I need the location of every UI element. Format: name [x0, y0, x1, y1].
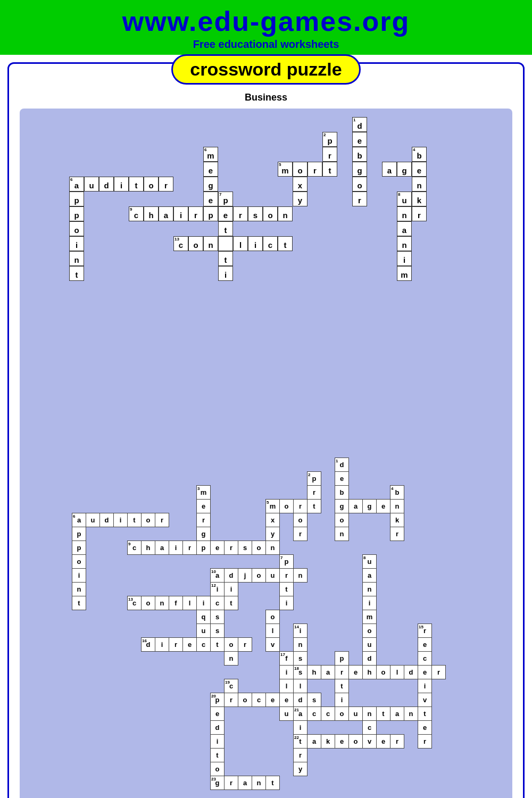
cell: 6m — [203, 147, 218, 162]
cell: s — [248, 206, 263, 221]
cell: o — [188, 236, 203, 251]
cell: n — [278, 206, 293, 221]
cell: r — [412, 206, 427, 221]
cell: a — [382, 162, 397, 177]
puzzle-table: .cw { width:26px; height:26px; border:1p… — [72, 458, 446, 790]
cell: r — [307, 162, 322, 177]
cell: m — [397, 266, 412, 281]
cell: g — [203, 177, 218, 192]
cell: r — [159, 177, 173, 192]
puzzle-title-wrap: crossword puzzle — [9, 54, 523, 85]
cell: 5m — [278, 162, 293, 177]
cell: t — [218, 221, 233, 236]
cell: e — [203, 192, 218, 206]
cell: 4b — [412, 147, 427, 162]
cell: p — [203, 206, 218, 221]
cell: p — [69, 192, 84, 206]
cell: r — [233, 206, 248, 221]
cell: a — [397, 221, 412, 236]
cell: o — [352, 177, 367, 192]
cell: i — [397, 251, 412, 266]
cell: n — [203, 236, 218, 251]
cell: 13c — [173, 236, 188, 251]
cell: r — [322, 147, 337, 162]
cell — [218, 236, 233, 251]
crossword-grid: .cw { width:26px; height:26px; border:1p… — [72, 458, 460, 798]
cell: o — [69, 221, 84, 236]
cell: d — [99, 177, 114, 192]
site-title: www.edu-games.org — [11, 5, 521, 37]
cell: 2p — [322, 132, 337, 147]
cell: t — [278, 236, 293, 251]
cell: p — [69, 206, 84, 221]
crossword-area: 1d 2p e 6m r b 4b e 5m o r t g a g e 6a … — [20, 109, 512, 798]
cell: n — [397, 236, 412, 251]
cell: 1d — [352, 117, 367, 132]
cell: l — [233, 236, 248, 251]
cell: b — [352, 147, 367, 162]
cell: r — [188, 206, 203, 221]
cell: i — [114, 177, 129, 192]
cell: n — [397, 206, 412, 221]
cell: i — [69, 236, 84, 251]
cell: t — [218, 251, 233, 266]
cell: e — [203, 162, 218, 177]
site-subtitle: Free educational worksheets — [11, 38, 521, 51]
header: www.edu-games.org Free educational works… — [0, 0, 532, 55]
cell: e — [218, 206, 233, 221]
cell: g — [352, 162, 367, 177]
cell: o — [144, 177, 159, 192]
cell: 7p — [218, 192, 233, 206]
cell: u — [84, 177, 99, 192]
cell: o — [293, 162, 307, 177]
cell: 9c — [129, 206, 144, 221]
main-container: crossword puzzle Business 1d 2p e — [7, 62, 525, 798]
cell: i — [173, 206, 188, 221]
cell: o — [263, 206, 278, 221]
cell: n — [69, 251, 84, 266]
cell: t — [69, 266, 84, 281]
grid-container: 1d 2p e 6m r b 4b e 5m o r t g a g e 6a … — [69, 117, 463, 458]
cell: r — [352, 192, 367, 206]
puzzle-title: crossword puzzle — [171, 54, 360, 85]
cell: n — [412, 177, 427, 192]
cell: h — [144, 206, 159, 221]
cell: i — [218, 266, 233, 281]
cell: t — [322, 162, 337, 177]
cell: 6a — [69, 177, 84, 192]
topic-label: Business — [9, 92, 523, 103]
cell: k — [412, 192, 427, 206]
cell: y — [293, 192, 307, 206]
cell: a — [159, 206, 173, 221]
cell: g — [397, 162, 412, 177]
cell: 8u — [397, 192, 412, 206]
cell: i — [248, 236, 263, 251]
cell: c — [263, 236, 278, 251]
cell: x — [293, 177, 307, 192]
cell: t — [129, 177, 144, 192]
cell: e — [412, 162, 427, 177]
cell: e — [352, 132, 367, 147]
